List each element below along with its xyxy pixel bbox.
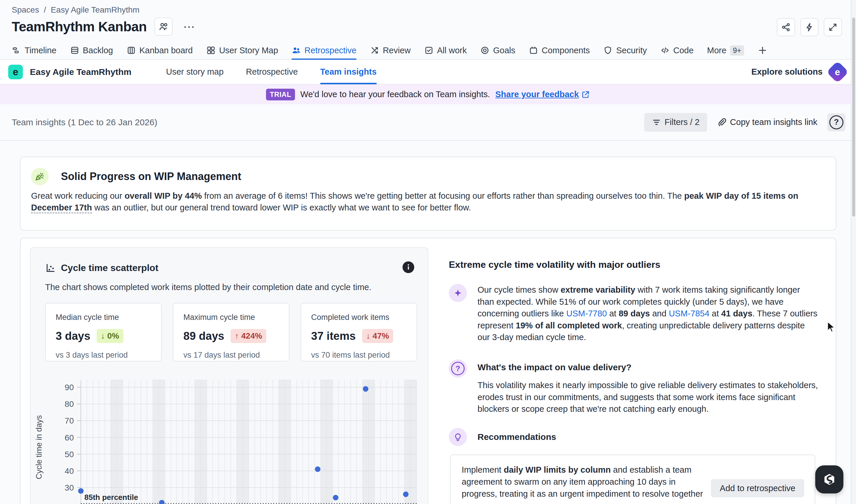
- sparkle-icon: [453, 288, 463, 298]
- help-button[interactable]: ?: [827, 113, 845, 131]
- expand-icon: [828, 22, 838, 32]
- svg-text:60: 60: [65, 433, 74, 442]
- tab-code[interactable]: Code: [660, 41, 694, 60]
- app-subnav: e Easy Agile TeamRhythm User story map R…: [0, 60, 856, 85]
- svg-text:80: 80: [65, 399, 74, 409]
- scatterplot-panel: Cycle time scatterplot The chart shows c…: [30, 247, 428, 504]
- recommendations-heading: Recommendations: [478, 432, 556, 442]
- observation-icon-circle: [449, 284, 467, 302]
- add-to-retrospective-button[interactable]: Add to retrospective: [711, 479, 804, 497]
- tab-user-story-map[interactable]: User Story Map: [206, 41, 278, 60]
- more-count-badge: 9+: [730, 46, 744, 56]
- stat-maximum-cycle-time: Maximum cycle time 89 days ↑ 424% vs 17 …: [173, 303, 289, 361]
- delta-badge: ↓ 47%: [362, 329, 393, 343]
- trial-message: We'd love to hear your feedback on Team …: [300, 90, 490, 99]
- title-more-button[interactable]: ⋯: [180, 18, 198, 36]
- tab-retrospective[interactable]: Retrospective: [291, 41, 356, 60]
- cycle-time-scatter-chart[interactable]: 3040506070809085th percentileCycle time …: [36, 376, 426, 504]
- filters-button[interactable]: Filters / 2: [644, 113, 707, 132]
- paperclip-icon: [717, 118, 726, 127]
- svg-text:85th percentile: 85th percentile: [84, 493, 138, 502]
- observation-text: Our cycle times show extreme variability…: [478, 284, 819, 343]
- tab-all-work[interactable]: All work: [424, 41, 467, 60]
- kanban-board-icon: [126, 46, 136, 55]
- tab-security[interactable]: Security: [603, 41, 647, 60]
- recommendation-card: Implement daily WIP limits by column and…: [450, 454, 815, 504]
- svg-text:Cycle time in days: Cycle time in days: [35, 415, 44, 479]
- stat-median-cycle-time: Median cycle time 3 days ↓ 0% vs 3 days …: [45, 303, 162, 361]
- hexagon-logo-icon: [822, 472, 837, 487]
- svg-text:90: 90: [65, 383, 74, 392]
- insight-heading: Extreme cycle time volatility with major…: [449, 259, 824, 270]
- info-button[interactable]: [403, 262, 414, 273]
- svg-text:50: 50: [65, 450, 74, 459]
- delta-badge: ↑ 424%: [230, 329, 266, 343]
- cycle-time-insight-card: Cycle time scatterplot The chart shows c…: [20, 238, 836, 504]
- wip-card-title: Solid Progress on WIP Management: [61, 170, 241, 183]
- automation-button[interactable]: [800, 18, 819, 36]
- review-icon: [370, 46, 379, 55]
- stat-cards: Median cycle time 3 days ↓ 0% vs 3 days …: [45, 303, 417, 361]
- easy-agile-logo: e: [8, 65, 23, 79]
- scrollbar-thumb[interactable]: [852, 18, 855, 217]
- plus-icon: [757, 46, 768, 55]
- tab-kanban-board[interactable]: Kanban board: [126, 41, 193, 60]
- board-members-button[interactable]: [154, 18, 173, 36]
- question-icon: ?: [829, 115, 843, 129]
- team-insights-page: Spaces / Easy Agile TeamRhythm TeamRhyth…: [0, 0, 856, 504]
- svg-text:70: 70: [65, 416, 74, 425]
- page-title: TeamRhythm Kanban: [12, 19, 147, 35]
- stat-value: 37 items: [311, 330, 356, 342]
- tab-more[interactable]: More 9+: [707, 41, 744, 60]
- question-mark-icon: ?: [451, 362, 465, 375]
- svg-text:40: 40: [65, 467, 74, 475]
- header-actions: [777, 18, 842, 36]
- scatter-chart-icon: [45, 263, 56, 273]
- scatterplot-title: Cycle time scatterplot: [61, 263, 158, 273]
- wip-card-body: Great work reducing our overall WIP by 4…: [31, 190, 828, 213]
- scatterplot-description: The chart shows completed work items plo…: [45, 283, 372, 292]
- svg-text:30: 30: [65, 483, 74, 492]
- stat-value: 89 days: [183, 330, 224, 342]
- wip-summary-card: Solid Progress on WIP Management Great w…: [20, 157, 836, 231]
- share-feedback-link[interactable]: Share your feedback: [495, 90, 590, 99]
- lightning-icon: [804, 22, 815, 32]
- retrospective-icon: [291, 46, 301, 55]
- easy-agile-brand-logo[interactable]: e: [826, 60, 849, 83]
- subnav-team-insights[interactable]: Team insights: [320, 59, 377, 84]
- celebration-icon: [31, 168, 49, 185]
- subnav-retrospective[interactable]: Retrospective: [246, 59, 298, 84]
- people-icon: [158, 22, 168, 32]
- breadcrumb-spaces[interactable]: Spaces: [12, 5, 39, 15]
- filter-icon: [652, 118, 661, 127]
- tab-review[interactable]: Review: [370, 41, 411, 60]
- security-icon: [603, 46, 613, 55]
- tab-components[interactable]: Components: [529, 41, 590, 60]
- backlog-icon: [70, 46, 80, 55]
- share-button[interactable]: [777, 18, 795, 36]
- add-tab-button[interactable]: [757, 41, 768, 60]
- trial-badge: TRIAL: [266, 89, 295, 101]
- copy-insights-link-button[interactable]: Copy team insights link: [715, 118, 820, 127]
- fullscreen-button[interactable]: [824, 18, 842, 36]
- breadcrumb-separator: /: [44, 5, 46, 15]
- stat-value: 3 days: [56, 330, 90, 342]
- insights-header-row: Team insights (1 Dec to 26 Jan 2026) Fil…: [0, 104, 856, 141]
- tab-goals[interactable]: Goals: [480, 41, 515, 60]
- scrollbar-track[interactable]: [851, 0, 856, 504]
- breadcrumb: Spaces / Easy Agile TeamRhythm: [12, 5, 139, 15]
- breadcrumb-project[interactable]: Easy Agile TeamRhythm: [51, 5, 139, 15]
- components-icon: [529, 46, 538, 55]
- recommendation-text: Implement daily WIP limits by column and…: [462, 464, 705, 500]
- tab-timeline[interactable]: Timeline: [12, 41, 56, 60]
- tab-backlog[interactable]: Backlog: [70, 41, 113, 60]
- stat-completed-work-items: Completed work items 37 items ↓ 47% vs 7…: [301, 303, 417, 361]
- app-name: Easy Agile TeamRhythm: [30, 67, 132, 77]
- explore-solutions-link[interactable]: Explore solutions: [751, 67, 823, 77]
- title-row: TeamRhythm Kanban ⋯: [12, 18, 198, 36]
- subnav-user-story-map[interactable]: User story map: [166, 59, 224, 84]
- trial-banner: TRIAL We'd love to hear your feedback on…: [0, 85, 856, 104]
- floating-assistant-button[interactable]: [815, 465, 843, 493]
- code-icon: [660, 46, 670, 55]
- impact-text: This volatility makes it nearly impossib…: [478, 379, 819, 415]
